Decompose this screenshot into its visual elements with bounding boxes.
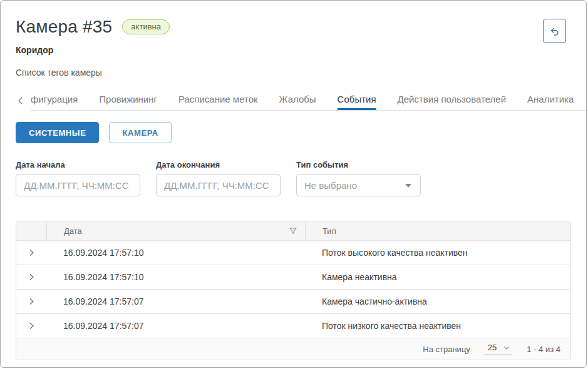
date-end-input[interactable] xyxy=(156,174,281,196)
camera-location: Коридор xyxy=(16,45,571,55)
filters: Дата начала Дата окончания Тип события Н… xyxy=(16,160,571,196)
filter-funnel-icon[interactable] xyxy=(289,226,297,235)
camera-events-button[interactable]: КАМЕРА xyxy=(109,122,171,143)
event-type-select[interactable]: Не выбрано xyxy=(296,174,421,196)
per-page-value: 25 xyxy=(488,343,497,352)
event-date: 16.09.2024 17:57:07 xyxy=(46,296,305,306)
tabs-bar: фигурация Провижининг Расписание меток Ж… xyxy=(16,90,571,111)
per-page-select[interactable]: 25 xyxy=(484,343,512,355)
tabs-scroll-left-icon[interactable] xyxy=(16,90,31,111)
tab-user-actions[interactable]: Действия пользователей xyxy=(398,90,506,110)
row-expand-icon[interactable] xyxy=(16,321,46,330)
event-type: Поток высокого качества неактивен xyxy=(305,248,570,258)
type-column-label: Тип xyxy=(322,226,336,236)
table-header: Дата Тип xyxy=(16,221,570,240)
undo-arrow-icon xyxy=(549,25,561,38)
tabs-strip: фигурация Провижининг Расписание меток Ж… xyxy=(31,90,587,111)
page-title: Камера #35 xyxy=(16,17,112,37)
pagination-range: 1 - 4 из 4 xyxy=(527,345,560,354)
tab-mark-schedule[interactable]: Расписание меток xyxy=(178,90,258,110)
tab-provisioning[interactable]: Провижининг xyxy=(99,90,157,110)
events-table: Дата Тип 16.09.2024 17:57:10 Поток высок… xyxy=(16,221,571,360)
tab-configuration[interactable]: фигурация xyxy=(31,90,78,110)
row-expand-icon[interactable] xyxy=(16,273,46,281)
camera-details-page: Камера #35 активна Коридор Список тегов … xyxy=(0,0,587,368)
table-pagination: На страницу 25 1 - 4 из 4 xyxy=(16,338,570,360)
event-source-toggle: СИСТЕМНЫЕ КАМЕРА xyxy=(16,122,571,143)
camera-tags-label: Список тегов камеры xyxy=(16,68,571,78)
tab-analytics[interactable]: Аналитика xyxy=(527,90,574,110)
type-column-header: Тип xyxy=(305,221,570,240)
event-type: Камера частично-активна xyxy=(305,296,570,306)
table-row[interactable]: 16.09.2024 17:57:10 Камера неактивна xyxy=(16,265,570,289)
date-column-label: Дата xyxy=(64,226,82,236)
event-date: 16.09.2024 17:57:07 xyxy=(46,321,305,331)
event-type: Камера неактивна xyxy=(305,272,570,282)
event-date: 16.09.2024 17:57:10 xyxy=(46,248,305,258)
per-page-label: На страницу xyxy=(423,345,470,354)
event-date: 16.09.2024 17:57:10 xyxy=(46,272,305,282)
date-start-input[interactable] xyxy=(16,174,140,196)
table-row[interactable]: 16.09.2024 17:57:10 Поток высокого качес… xyxy=(16,240,570,265)
tab-events[interactable]: События xyxy=(338,90,376,110)
status-badge: активна xyxy=(122,19,170,34)
chevron-down-icon xyxy=(405,184,411,188)
event-type-select-value: Не выбрано xyxy=(304,180,357,191)
date-end-label: Дата окончания xyxy=(156,160,281,169)
event-type: Поток низкого качества неактивен xyxy=(305,321,570,331)
table-row[interactable]: 16.09.2024 17:57:07 Камера частично-акти… xyxy=(16,289,570,313)
event-type-filter: Тип события Не выбрано xyxy=(296,160,421,196)
expander-column-header xyxy=(16,221,46,240)
table-row[interactable]: 16.09.2024 17:57:07 Поток низкого качест… xyxy=(16,313,570,338)
tab-complaints[interactable]: Жалобы xyxy=(279,90,316,110)
back-button[interactable] xyxy=(543,19,566,43)
chevron-down-icon xyxy=(503,344,510,351)
date-start-filter: Дата начала xyxy=(16,160,140,196)
event-type-label: Тип события xyxy=(296,160,421,169)
system-events-button[interactable]: СИСТЕМНЫЕ xyxy=(16,122,99,143)
row-expand-icon[interactable] xyxy=(16,248,46,257)
row-expand-icon[interactable] xyxy=(16,297,46,306)
header: Камера #35 активна xyxy=(16,17,571,37)
date-start-label: Дата начала xyxy=(16,160,140,169)
date-column-header: Дата xyxy=(46,221,305,240)
date-end-filter: Дата окончания xyxy=(156,160,281,196)
